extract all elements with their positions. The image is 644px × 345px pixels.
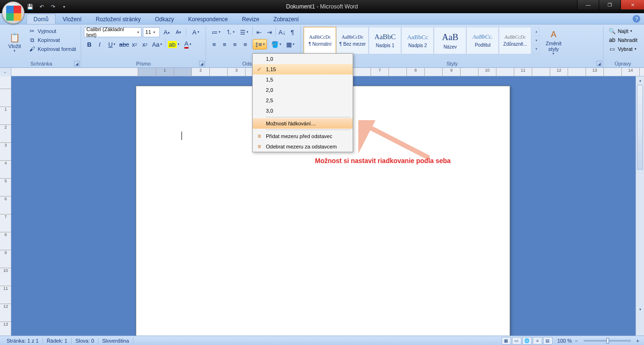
- shrink-font-button[interactable]: A▾: [173, 27, 183, 37]
- decrease-indent-button[interactable]: ⇤: [254, 27, 264, 37]
- maximize-button[interactable]: ❐: [599, 0, 620, 9]
- bold-button[interactable]: B: [84, 39, 94, 49]
- cut-icon: ✂: [28, 27, 36, 35]
- multilevel-button[interactable]: ☰: [237, 27, 251, 37]
- line-spacing-1,5[interactable]: 1,5: [253, 74, 353, 85]
- line-spacing-1,15[interactable]: ✓1,15: [253, 64, 353, 74]
- quick-access-toolbar: 💾 ↶ ↷ ▾: [26, 3, 68, 10]
- status-line[interactable]: Řádek: 1: [43, 338, 72, 344]
- brush-icon: 🖌: [28, 45, 36, 53]
- font-name-combo[interactable]: Calibri (Základní text)▾: [84, 27, 141, 37]
- copy-button[interactable]: ⧉Kopírovat: [26, 36, 78, 44]
- strike-button[interactable]: abc: [119, 39, 129, 49]
- show-marks-button[interactable]: ¶: [287, 27, 297, 37]
- shading-button[interactable]: 🪣: [269, 39, 283, 49]
- status-page[interactable]: Stránka: 1 z 1: [3, 338, 43, 344]
- subscript-button[interactable]: x2: [129, 39, 140, 49]
- highlight-button[interactable]: ab: [166, 39, 181, 49]
- align-center-button[interactable]: ≡: [219, 39, 230, 49]
- undo-icon[interactable]: ↶: [38, 3, 45, 10]
- change-case-button[interactable]: Aa: [150, 39, 164, 49]
- vertical-scrollbar[interactable]: ▴ ▾: [636, 76, 644, 336]
- vertical-ruler[interactable]: 1234567891011121314: [0, 76, 11, 336]
- save-icon[interactable]: 💾: [26, 3, 34, 10]
- styles-gallery-more[interactable]: ▴▾▾: [533, 27, 540, 54]
- bullets-button[interactable]: ≔: [209, 27, 223, 37]
- increase-indent-button[interactable]: ⇥: [264, 27, 274, 37]
- line-spacing-2,0[interactable]: 2,0: [253, 85, 353, 95]
- remove-space-after[interactable]: ≡Odebrat mezeru za odstavcem: [253, 141, 353, 152]
- tab-references[interactable]: Odkazy: [148, 14, 181, 24]
- font-color-button[interactable]: A: [181, 39, 195, 49]
- clear-formatting-button[interactable]: A: [189, 27, 203, 37]
- add-space-before[interactable]: ≡Přidat mezeru před odstavec: [253, 131, 353, 141]
- help-button[interactable]: ?: [633, 15, 640, 23]
- zoom-out-button[interactable]: −: [573, 338, 579, 344]
- view-full-screen[interactable]: ▭: [512, 337, 521, 345]
- align-right-button[interactable]: ≡: [230, 39, 240, 49]
- sort-button[interactable]: A↓: [277, 27, 287, 37]
- group-editing: 🔍Najít ▾ abNahradit ▭Vybrat ▾ Úpravy: [603, 26, 642, 67]
- style-item-4[interactable]: AaBNázev: [434, 27, 466, 54]
- style-item-2[interactable]: AaBbCNadpis 1: [369, 27, 401, 54]
- style-item-3[interactable]: AaBbCcNadpis 2: [401, 27, 434, 54]
- group-label-editing: Úpravy: [606, 61, 639, 67]
- zoom-level[interactable]: 100 %: [557, 338, 572, 344]
- tab-selector[interactable]: ⌐: [0, 68, 11, 76]
- view-outline[interactable]: ≡: [533, 337, 542, 345]
- styles-gallery: AaBbCcDc¶ NormálníAaBbCcDc¶ Bez mezerAaB…: [304, 27, 531, 54]
- view-draft[interactable]: ▤: [543, 337, 553, 345]
- tab-view[interactable]: Zobrazení: [266, 14, 306, 24]
- line-spacing-3,0[interactable]: 3,0: [253, 106, 353, 116]
- style-item-5[interactable]: AaBbCc.Podtitul: [466, 27, 499, 54]
- numbering-button[interactable]: ⒈: [223, 27, 237, 37]
- tab-mailings[interactable]: Korespondence: [181, 14, 235, 24]
- underline-button[interactable]: U: [105, 39, 119, 49]
- line-spacing-1,0[interactable]: 1,0: [253, 54, 353, 64]
- clipboard-dialog-launcher[interactable]: ◢: [74, 61, 80, 66]
- styles-dialog-launcher[interactable]: ◢: [596, 61, 602, 66]
- cut-button[interactable]: ✂Vyjmout: [26, 27, 78, 35]
- align-left-button[interactable]: ≡: [209, 39, 219, 49]
- grow-font-button[interactable]: A▴: [161, 27, 172, 37]
- view-web-layout[interactable]: 🌐: [522, 337, 532, 345]
- scroll-up-button[interactable]: ▴: [636, 76, 644, 84]
- view-print-layout[interactable]: ▦: [502, 337, 511, 345]
- line-spacing-2,5[interactable]: 2,5: [253, 95, 353, 106]
- line-spacing-options[interactable]: Možnosti řádkování…: [253, 118, 353, 129]
- redo-icon[interactable]: ↷: [49, 3, 57, 10]
- italic-button[interactable]: I: [94, 39, 105, 49]
- style-item-6[interactable]: AaBbCcDcZdůrazně...: [499, 27, 531, 54]
- superscript-button[interactable]: x2: [140, 39, 150, 49]
- find-button[interactable]: 🔍Najít ▾: [606, 27, 639, 35]
- font-size-combo[interactable]: 11▾: [143, 27, 160, 37]
- status-words[interactable]: Slova: 0: [72, 338, 99, 344]
- line-spacing-button[interactable]: ‡≡: [253, 39, 267, 49]
- style-item-0[interactable]: AaBbCcDc¶ Normální: [304, 27, 336, 54]
- borders-button[interactable]: ▦: [283, 39, 297, 49]
- tab-insert[interactable]: Vložení: [56, 14, 89, 24]
- minimize-button[interactable]: —: [577, 0, 599, 9]
- window-title: Dokument1 - Microsoft Word: [286, 3, 358, 10]
- justify-button[interactable]: ≡: [240, 39, 250, 49]
- group-label-clipboard: Schránka: [5, 61, 78, 67]
- paste-button[interactable]: 📋 Vložit▾: [5, 27, 25, 58]
- annotation-text: Možnost si nastavit riadkovanie podla se…: [315, 157, 451, 164]
- scroll-thumb[interactable]: [637, 85, 643, 170]
- tab-layout[interactable]: Rozložení stránky: [89, 14, 148, 24]
- style-item-1[interactable]: AaBbCcDc¶ Bez mezer: [336, 27, 369, 54]
- zoom-in-button[interactable]: +: [635, 338, 641, 344]
- qat-more-icon[interactable]: ▾: [60, 3, 68, 10]
- tab-review[interactable]: Revize: [235, 14, 266, 24]
- scroll-down-button[interactable]: ▾: [636, 305, 644, 313]
- tab-home[interactable]: Domů: [26, 14, 56, 24]
- zoom-slider[interactable]: [584, 340, 631, 342]
- replace-button[interactable]: abNahradit: [606, 36, 639, 44]
- font-dialog-launcher[interactable]: ◢: [199, 61, 205, 66]
- status-language[interactable]: Slovenština: [99, 338, 133, 344]
- office-button[interactable]: [2, 1, 25, 24]
- select-button[interactable]: ▭Vybrat ▾: [606, 45, 639, 53]
- format-painter-button[interactable]: 🖌Kopírovat formát: [26, 45, 78, 53]
- change-styles-button[interactable]: A Změnit styly▾: [542, 27, 565, 58]
- close-button[interactable]: ✕: [620, 0, 644, 9]
